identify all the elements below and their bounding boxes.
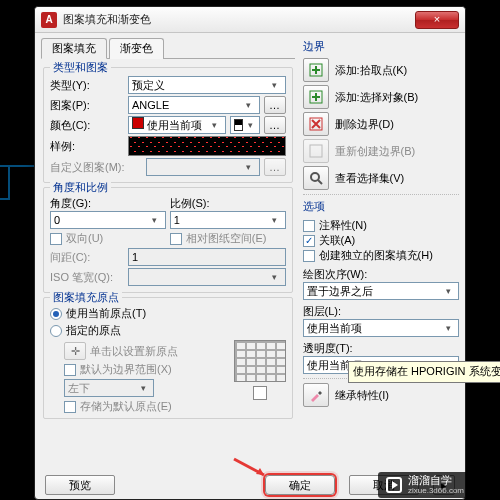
checkbox-icon — [64, 364, 76, 376]
right-pane: 边界 添加:拾取点(K) 添加:选择对象(B) 删除边界(D) 重新创建边界(B… — [295, 37, 459, 471]
pattern-combo[interactable]: ANGLE▾ — [128, 96, 260, 114]
checkbox-icon — [170, 233, 182, 245]
left-pane: 图案填充 渐变色 类型和图案 类型(Y): 预定义▾ 图案(P): — [41, 37, 295, 471]
origin-specified-label: 指定的原点 — [66, 323, 121, 338]
chevron-down-icon: ▾ — [268, 80, 282, 90]
color-label: 颜色(C): — [50, 118, 124, 133]
scale-value: 1 — [174, 214, 180, 226]
color-bg-combo[interactable]: ▾ — [230, 116, 260, 134]
remove-boundary-icon — [308, 116, 324, 132]
chevron-down-icon: ▾ — [246, 120, 256, 130]
custom-pattern-combo: ▾ — [146, 158, 260, 176]
preview-button[interactable]: 预览 — [45, 475, 115, 495]
checkbox-icon — [303, 250, 315, 262]
group-hatch-origin: 图案填充原点 使用当前原点(T) 指定的原点 ✛ 单击以设置新原点 — [43, 297, 293, 419]
boundaries-title: 边界 — [303, 39, 459, 54]
color-value: 使用当前项 — [147, 119, 202, 131]
chevron-down-icon: ▾ — [148, 215, 162, 225]
color-combo[interactable]: 使用当前项▾ — [128, 116, 226, 134]
sample-swatch[interactable] — [128, 136, 286, 156]
origin-current-label: 使用当前原点(T) — [66, 306, 146, 321]
iso-pen-label: ISO 笔宽(Q): — [50, 270, 124, 285]
iso-pen-combo: ▾ — [128, 268, 286, 286]
angle-value: 0 — [54, 214, 60, 226]
chevron-down-icon: ▾ — [242, 100, 256, 110]
ok-button[interactable]: 确定 — [265, 475, 335, 495]
checkbox-icon — [50, 233, 62, 245]
transparency-label: 透明度(T): — [303, 341, 459, 356]
play-icon — [386, 477, 402, 493]
default-extent-checkbox: 默认为边界范围(X) — [64, 362, 228, 377]
plus-select-icon — [308, 89, 324, 105]
origin-tooltip: 使用存储在 HPORIGIN 系统变量中的图案填充 — [348, 361, 500, 383]
origin-marker-icon — [253, 386, 267, 400]
spacing-value: 1 — [132, 251, 138, 263]
group-title: 角度和比例 — [50, 180, 111, 195]
angle-combo[interactable]: 0▾ — [50, 211, 166, 229]
titlebar[interactable]: A 图案填充和渐变色 × — [35, 7, 465, 33]
magnifier-icon — [308, 170, 324, 186]
group-type-pattern: 类型和图案 类型(Y): 预定义▾ 图案(P): ANGLE▾ … — [43, 67, 293, 183]
sample-label: 样例: — [50, 139, 124, 154]
pattern-browse-button[interactable]: … — [264, 96, 286, 114]
origin-specified-radio[interactable] — [50, 325, 62, 337]
add-select-objects[interactable]: 添加:选择对象(B) — [303, 85, 459, 109]
group-title: 类型和图案 — [50, 60, 111, 75]
color-swatch-icon — [132, 117, 144, 129]
draw-order-combo[interactable]: 置于边界之后▾ — [303, 282, 459, 300]
crosshair-icon: ✛ — [64, 342, 86, 360]
tab-hatch[interactable]: 图案填充 — [41, 38, 107, 59]
recreate-boundary: 重新创建边界(B) — [303, 139, 459, 163]
origin-preview-icon — [234, 340, 286, 382]
chevron-down-icon: ▾ — [268, 215, 282, 225]
checkbox-icon — [303, 220, 315, 232]
watermark-sub: zixue.3d66.com — [408, 487, 464, 495]
layer-swatch-icon — [234, 119, 243, 131]
pattern-value: ANGLE — [132, 99, 169, 111]
options-title: 选项 — [303, 199, 459, 214]
type-combo[interactable]: 预定义▾ — [128, 76, 286, 94]
inherit-properties[interactable]: 继承特性(I) — [303, 383, 459, 407]
hatch-dialog: A 图案填充和渐变色 × 图案填充 渐变色 类型和图案 类型(Y): 预定义▾ — [34, 6, 466, 500]
eyedropper-icon — [308, 387, 324, 403]
layer-combo[interactable]: 使用当前项▾ — [303, 319, 459, 337]
double-checkbox: 双向(U) — [50, 231, 166, 246]
plus-pick-icon — [308, 62, 324, 78]
layer-label: 图层(L): — [303, 304, 459, 319]
create-separate-checkbox[interactable]: 创建独立的图案填充(H) — [303, 248, 459, 263]
type-label: 类型(Y): — [50, 78, 124, 93]
remove-boundary[interactable]: 删除边界(D) — [303, 112, 459, 136]
tab-gradient[interactable]: 渐变色 — [109, 38, 164, 59]
chevron-down-icon: ▾ — [268, 272, 282, 282]
chevron-down-icon: ▾ — [208, 120, 222, 130]
chevron-down-icon: ▾ — [441, 286, 455, 296]
type-value: 预定义 — [132, 78, 165, 93]
svg-rect-3 — [310, 145, 322, 157]
scale-combo[interactable]: 1▾ — [170, 211, 286, 229]
origin-current-radio[interactable] — [50, 308, 62, 320]
custom-pattern-browse: … — [264, 158, 286, 176]
close-button[interactable]: × — [415, 11, 459, 29]
chevron-down-icon: ▾ — [441, 323, 455, 333]
add-pick-points[interactable]: 添加:拾取点(K) — [303, 58, 459, 82]
custom-pattern-label: 自定义图案(M): — [50, 160, 142, 175]
scale-label: 比例(S): — [170, 196, 244, 211]
group-title: 图案填充原点 — [50, 290, 122, 305]
chevron-down-icon: ▾ — [136, 383, 150, 393]
angle-label: 角度(G): — [50, 196, 124, 211]
watermark: 溜溜自学 zixue.3d66.com — [378, 472, 498, 498]
autocad-app-icon: A — [41, 12, 57, 28]
checkbox-icon — [64, 401, 76, 413]
annotative-checkbox[interactable]: 注释性(N) — [303, 218, 459, 233]
recreate-icon — [308, 143, 324, 159]
color-more-button[interactable]: … — [264, 116, 286, 134]
tab-bar: 图案填充 渐变色 — [41, 37, 295, 59]
svg-point-4 — [311, 173, 319, 181]
store-default-checkbox: 存储为默认原点(E) — [64, 399, 228, 414]
associative-checkbox[interactable]: ✓关联(A) — [303, 233, 459, 248]
click-set-origin-row: ✛ 单击以设置新原点 — [64, 342, 228, 360]
spacing-input: 1 — [128, 248, 286, 266]
view-selection-set[interactable]: 查看选择集(V) — [303, 166, 459, 190]
relative-paper-checkbox: 相对图纸空间(E) — [170, 231, 286, 246]
anchor-combo: 左下▾ — [64, 379, 154, 397]
